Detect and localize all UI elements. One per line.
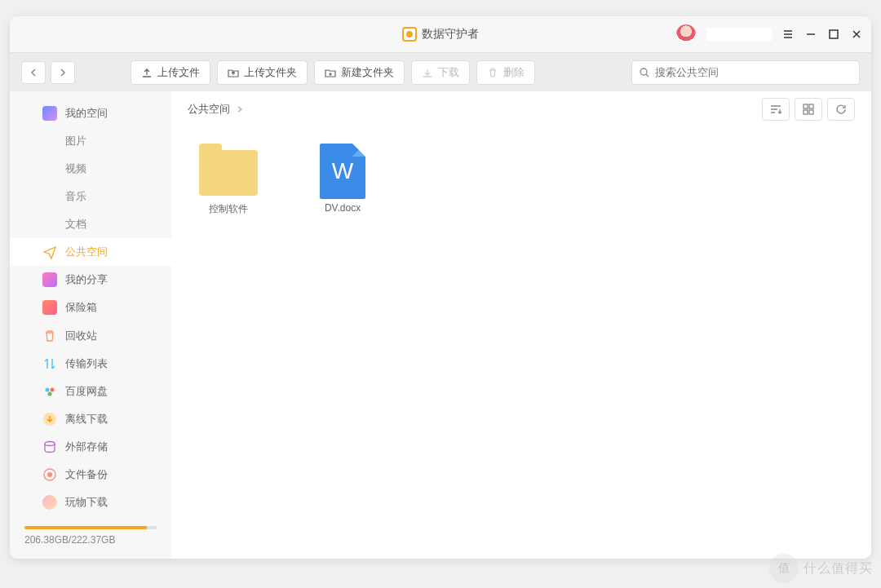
file-name: DV.docx	[325, 202, 361, 214]
svg-point-8	[47, 472, 52, 477]
sidebar-item-transfer[interactable]: 传输列表	[10, 350, 171, 378]
upload-file-button[interactable]: 上传文件	[131, 60, 210, 85]
file-grid: 控制软件 W DV.docx	[171, 127, 871, 559]
storage-indicator: 206.38GB/222.37GB	[10, 516, 171, 559]
titlebar: 数据守护者	[10, 16, 871, 52]
myspace-icon	[42, 106, 57, 121]
breadcrumb[interactable]: 公共空间	[188, 102, 243, 117]
share-icon	[42, 272, 57, 287]
delete-button: 删除	[476, 60, 535, 85]
svg-rect-12	[809, 110, 813, 114]
download-icon	[422, 67, 433, 78]
sidebar-item-external[interactable]: 外部存储	[10, 433, 171, 461]
svg-rect-9	[804, 104, 808, 108]
safebox-icon	[42, 300, 57, 315]
download-button: 下载	[411, 60, 470, 85]
storage-icon	[42, 440, 57, 454]
new-folder-icon	[325, 67, 336, 78]
nav-buttons	[21, 61, 75, 84]
sidebar-item-documents[interactable]: 文档	[10, 210, 171, 238]
svg-point-3	[51, 387, 55, 391]
maximize-button[interactable]	[827, 28, 840, 41]
sidebar-item-baidu[interactable]: 百度网盘	[10, 378, 171, 405]
upload-folder-button[interactable]: 上传文件夹	[217, 60, 308, 85]
file-item-docx[interactable]: W DV.docx	[302, 144, 383, 216]
recycle-icon	[42, 329, 57, 343]
watermark: 值 什么值得买	[769, 554, 873, 583]
body: 我的空间 图片 视频 音乐 文档 公共空间 我的分享 保险箱 回收站	[10, 91, 871, 559]
trash-icon	[487, 67, 498, 78]
send-icon	[42, 245, 57, 259]
watermark-badge: 值	[769, 554, 799, 583]
transfer-icon	[42, 356, 57, 371]
sidebar-item-share[interactable]: 我的分享	[10, 266, 171, 294]
app-title-text: 数据守护者	[422, 27, 479, 42]
download-circle-icon	[42, 412, 57, 427]
close-button[interactable]	[850, 28, 863, 41]
username	[706, 28, 772, 41]
svg-point-6	[45, 441, 55, 445]
user-avatar[interactable]	[675, 24, 697, 45]
chevron-right-icon	[237, 106, 243, 113]
svg-point-2	[46, 387, 50, 391]
svg-rect-11	[804, 110, 808, 114]
nav-forward-button[interactable]	[51, 61, 75, 84]
grid-view-button[interactable]	[795, 98, 822, 121]
breadcrumb-current: 公共空间	[188, 102, 230, 117]
app-logo-icon	[402, 27, 417, 42]
view-controls	[762, 98, 855, 121]
sidebar-item-safebox[interactable]: 保险箱	[10, 294, 171, 321]
folder-icon	[199, 144, 258, 196]
storage-bar	[24, 526, 157, 529]
breadcrumb-row: 公共空间	[171, 91, 871, 127]
backup-icon	[42, 467, 57, 482]
upload-icon	[141, 67, 153, 78]
sidebar-item-public[interactable]: 公共空间	[10, 238, 171, 266]
titlebar-right	[675, 24, 863, 45]
app-title: 数据守护者	[402, 27, 479, 42]
svg-rect-10	[809, 104, 813, 108]
cloud-icon	[42, 384, 57, 399]
toolbar: 上传文件 上传文件夹 新建文件夹 下载 删除	[10, 52, 871, 91]
nav-back-button[interactable]	[21, 61, 46, 84]
sidebar-item-myspace[interactable]: 我的空间	[10, 99, 171, 127]
file-item-folder[interactable]: 控制软件	[188, 144, 269, 216]
svg-point-4	[48, 391, 52, 396]
file-name: 控制软件	[209, 202, 248, 216]
svg-point-1	[640, 69, 647, 75]
watermark-text: 什么值得买	[804, 560, 873, 577]
minimize-button[interactable]	[804, 28, 817, 41]
wanwu-icon	[42, 495, 57, 510]
sidebar-item-backup[interactable]: 文件备份	[10, 461, 171, 489]
sidebar-item-pictures[interactable]: 图片	[10, 127, 171, 155]
svg-rect-0	[830, 30, 838, 38]
search-input[interactable]	[655, 66, 852, 78]
new-folder-button[interactable]: 新建文件夹	[314, 60, 405, 85]
storage-fill	[24, 526, 147, 529]
sidebar-item-music[interactable]: 音乐	[10, 183, 171, 210]
sidebar-item-offline[interactable]: 离线下载	[10, 405, 171, 433]
menu-button[interactable]	[781, 28, 795, 41]
main-panel: 公共空间 控制软件 W DV.docx	[171, 91, 871, 559]
sidebar-item-wanwu[interactable]: 玩物下载	[10, 489, 171, 516]
storage-text: 206.38GB/222.37GB	[24, 534, 157, 546]
search-box[interactable]	[631, 60, 860, 85]
app-window: 数据守护者 上传文件 上传文件夹 新建文件夹 下载	[10, 16, 871, 559]
search-icon	[639, 67, 650, 78]
docx-icon: W	[313, 144, 372, 196]
sidebar: 我的空间 图片 视频 音乐 文档 公共空间 我的分享 保险箱 回收站	[10, 91, 171, 559]
refresh-button[interactable]	[827, 98, 855, 121]
sidebar-item-videos[interactable]: 视频	[10, 155, 171, 183]
sidebar-item-recycle[interactable]: 回收站	[10, 322, 171, 350]
folder-upload-icon	[228, 67, 239, 78]
sort-button[interactable]	[762, 98, 790, 121]
